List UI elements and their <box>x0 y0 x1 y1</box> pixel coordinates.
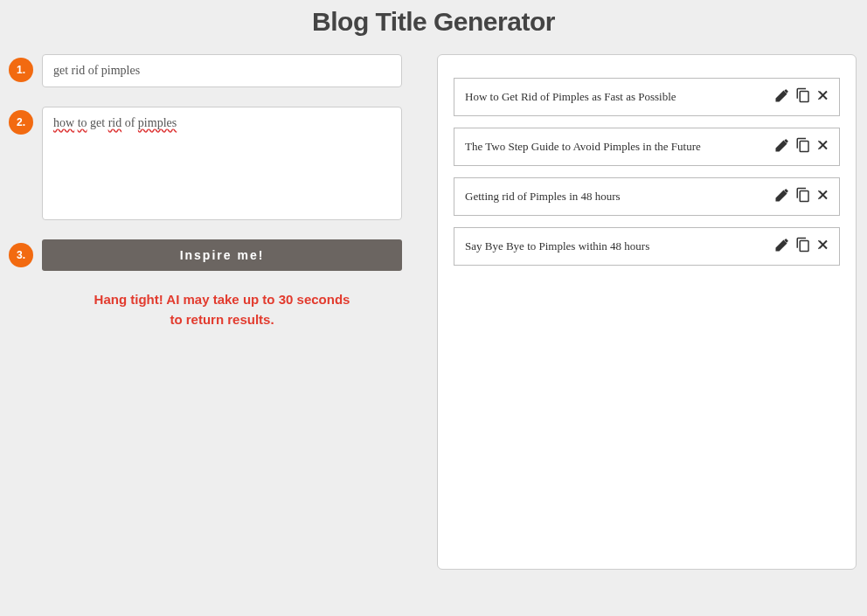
misspelled-word: how <box>53 116 74 129</box>
word: get <box>90 116 105 129</box>
edit-icon[interactable] <box>774 237 790 256</box>
results-panel: How to Get Rid of Pimples as Fast as Pos… <box>437 54 857 570</box>
step-1-row: 1. <box>9 54 402 87</box>
result-item: How to Get Rid of Pimples as Fast as Pos… <box>454 78 840 116</box>
result-actions <box>774 237 830 256</box>
result-actions <box>774 87 830 107</box>
close-icon[interactable] <box>816 88 830 106</box>
result-item: Getting rid of Pimples in 48 hours <box>454 177 840 216</box>
edit-icon[interactable] <box>774 187 790 206</box>
step-3-row: 3. Inspire me! <box>9 239 402 271</box>
step-1-badge: 1. <box>9 58 33 82</box>
edit-icon[interactable] <box>774 137 790 156</box>
step-2-row: 2. how to get rid of pimples <box>9 107 402 220</box>
step-3-badge: 3. <box>9 243 33 267</box>
result-title: Say Bye Bye to Pimples within 48 hours <box>465 239 649 253</box>
copy-icon[interactable] <box>795 237 811 256</box>
description-textarea[interactable]: how to get rid of pimples <box>42 107 402 220</box>
close-icon[interactable] <box>816 238 830 255</box>
misspelled-word: rid <box>108 116 122 129</box>
close-icon[interactable] <box>816 138 830 156</box>
result-actions <box>774 137 830 156</box>
copy-icon[interactable] <box>795 87 811 107</box>
results-column: How to Get Rid of Pimples as Fast as Pos… <box>437 54 857 570</box>
word: of <box>125 116 135 129</box>
loading-message: Hang tight! AI may take up to 30 seconds… <box>42 290 402 329</box>
copy-icon[interactable] <box>795 187 811 206</box>
edit-icon[interactable] <box>774 87 790 107</box>
page-title: Blog Title Generator <box>0 0 867 54</box>
result-title: Getting rid of Pimples in 48 hours <box>465 190 621 204</box>
misspelled-word: pimples <box>138 116 177 129</box>
result-title: The Two Step Guide to Avoid Pimples in t… <box>465 140 701 154</box>
input-column: 1. 2. how to get rid of pimples 3. Inspi… <box>9 54 402 570</box>
inspire-button[interactable]: Inspire me! <box>42 239 402 271</box>
result-title: How to Get Rid of Pimples as Fast as Pos… <box>465 90 676 104</box>
main-layout: 1. 2. how to get rid of pimples 3. Inspi… <box>0 54 867 570</box>
loading-line-2: to return results. <box>42 310 402 330</box>
step-2-badge: 2. <box>9 110 33 135</box>
misspelled-word: to <box>78 116 87 129</box>
result-item: The Two Step Guide to Avoid Pimples in t… <box>454 128 840 166</box>
topic-input[interactable] <box>42 54 402 87</box>
result-actions <box>774 187 830 206</box>
close-icon[interactable] <box>816 188 830 205</box>
copy-icon[interactable] <box>795 137 811 156</box>
result-item: Say Bye Bye to Pimples within 48 hours <box>454 227 840 266</box>
loading-line-1: Hang tight! AI may take up to 30 seconds <box>42 290 402 310</box>
